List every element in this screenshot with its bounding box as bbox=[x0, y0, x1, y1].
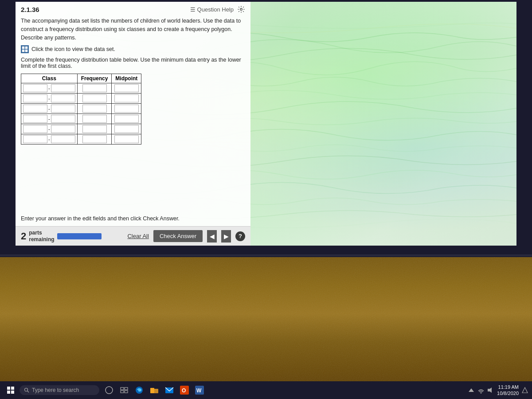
gear-icon[interactable] bbox=[237, 5, 245, 13]
class-low-input[interactable] bbox=[23, 94, 47, 102]
parts-remaining: 2 parts remaining bbox=[21, 230, 102, 243]
system-tray: 11:19 AM 10/8/2020 bbox=[468, 384, 528, 397]
svg-text:O: O bbox=[182, 387, 186, 394]
svg-rect-9 bbox=[121, 387, 124, 390]
frequency-cell bbox=[77, 94, 112, 104]
frequency-input[interactable] bbox=[82, 135, 107, 143]
midpoint-input[interactable] bbox=[114, 115, 139, 123]
clock-time: 11:19 AM bbox=[497, 384, 519, 390]
progress-bar bbox=[57, 233, 102, 239]
remaining-label: remaining bbox=[29, 236, 54, 243]
chevron-up-icon[interactable] bbox=[468, 387, 475, 394]
class-low-input[interactable] bbox=[23, 84, 47, 92]
data-icon-text: Click the icon to view the data set. bbox=[31, 46, 115, 52]
frequency-cell bbox=[77, 104, 112, 114]
enter-answer-text: Enter your answer in the edit fields and… bbox=[21, 215, 245, 222]
frequency-input[interactable] bbox=[82, 115, 107, 123]
taskbar-app-icons: O W bbox=[103, 384, 206, 396]
content-panel: 2.1.36 ☰ Question Help The accompanying … bbox=[16, 2, 250, 246]
frequency-cell bbox=[77, 114, 112, 124]
taskbar: Type here to search bbox=[0, 381, 532, 399]
svg-text:W: W bbox=[196, 387, 202, 394]
clock-display[interactable]: 11:19 AM 10/8/2020 bbox=[497, 384, 519, 397]
prev-nav-button[interactable]: ◀ bbox=[207, 230, 217, 243]
question-help-label: Question Help bbox=[197, 6, 234, 13]
svg-line-7 bbox=[27, 391, 29, 392]
frequency-input[interactable] bbox=[82, 84, 107, 92]
list-icon: ☰ bbox=[190, 6, 196, 13]
table-row: - bbox=[21, 83, 141, 94]
svg-rect-11 bbox=[121, 391, 124, 393]
help-circle-button[interactable]: ? bbox=[235, 231, 245, 241]
svg-point-6 bbox=[25, 388, 28, 391]
question-header: 2.1.36 ☰ Question Help bbox=[21, 5, 245, 13]
parts-number: 2 bbox=[21, 231, 26, 242]
col-class-header: Class bbox=[21, 74, 78, 83]
bottom-action-bar: 2 parts remaining Clear All Check Answer… bbox=[16, 226, 250, 246]
taskbar-search-bar[interactable]: Type here to search bbox=[20, 385, 99, 395]
edge-icon[interactable] bbox=[133, 384, 145, 396]
class-low-input[interactable] bbox=[23, 115, 47, 123]
mail-icon[interactable] bbox=[163, 384, 176, 396]
class-low-input[interactable] bbox=[23, 135, 47, 143]
class-low-input[interactable] bbox=[23, 125, 47, 133]
midpoint-input[interactable] bbox=[114, 94, 139, 102]
notification-icon[interactable] bbox=[521, 387, 528, 394]
question-text: The accompanying data set lists the numb… bbox=[21, 17, 245, 42]
svg-point-8 bbox=[106, 387, 113, 394]
frequency-input[interactable] bbox=[82, 94, 107, 102]
class-cell: - bbox=[21, 104, 78, 114]
data-icon-button[interactable] bbox=[21, 45, 29, 53]
class-cell: - bbox=[21, 83, 78, 94]
svg-marker-21 bbox=[469, 388, 474, 392]
table-row: - bbox=[21, 134, 141, 145]
wifi-icon bbox=[477, 387, 485, 394]
clock-date: 10/8/2020 bbox=[497, 390, 519, 396]
check-answer-button[interactable]: Check Answer bbox=[153, 230, 203, 242]
midpoint-input[interactable] bbox=[114, 125, 139, 133]
midpoint-input[interactable] bbox=[114, 105, 139, 113]
class-high-input[interactable] bbox=[51, 115, 75, 123]
svg-rect-4 bbox=[25, 50, 27, 52]
windows-logo-icon bbox=[7, 387, 14, 394]
frequency-cell bbox=[77, 83, 112, 94]
midpoint-input[interactable] bbox=[114, 135, 139, 143]
cortana-icon[interactable] bbox=[103, 384, 115, 396]
class-high-input[interactable] bbox=[51, 105, 75, 113]
class-separator: - bbox=[48, 106, 50, 111]
search-icon bbox=[24, 387, 29, 393]
class-high-input[interactable] bbox=[51, 94, 75, 102]
class-low-input[interactable] bbox=[23, 105, 47, 113]
class-high-input[interactable] bbox=[51, 135, 75, 143]
midpoint-cell bbox=[112, 104, 141, 114]
class-separator: - bbox=[48, 86, 50, 91]
svg-point-22 bbox=[481, 392, 482, 394]
question-help-button[interactable]: ☰ Question Help bbox=[190, 6, 234, 13]
surface-texture bbox=[0, 257, 532, 399]
frequency-cell bbox=[77, 124, 112, 134]
class-separator: - bbox=[48, 137, 50, 142]
table-row: - bbox=[21, 124, 141, 134]
class-cell: - bbox=[21, 94, 78, 104]
file-explorer-icon[interactable] bbox=[148, 384, 160, 396]
screen-content: .wave { fill: none; stroke-width: 1.5; } bbox=[16, 2, 516, 246]
office-icon[interactable]: O bbox=[178, 384, 191, 396]
task-view-icon[interactable] bbox=[118, 384, 130, 396]
svg-point-0 bbox=[240, 8, 243, 11]
clear-all-button[interactable]: Clear All bbox=[127, 233, 149, 239]
svg-rect-5 bbox=[0, 257, 532, 399]
next-nav-button[interactable]: ▶ bbox=[221, 230, 231, 243]
table-row: - bbox=[21, 104, 141, 114]
class-separator: - bbox=[48, 96, 50, 101]
windows-start-button[interactable] bbox=[4, 383, 18, 397]
midpoint-input[interactable] bbox=[114, 84, 139, 92]
col-frequency-header: Frequency bbox=[77, 74, 112, 83]
parts-text: parts remaining bbox=[29, 230, 54, 243]
frequency-input[interactable] bbox=[82, 125, 107, 133]
word-icon[interactable]: W bbox=[193, 384, 206, 396]
class-high-input[interactable] bbox=[51, 125, 75, 133]
midpoint-cell bbox=[112, 94, 141, 104]
class-high-input[interactable] bbox=[51, 84, 75, 92]
midpoint-cell bbox=[112, 134, 141, 145]
frequency-input[interactable] bbox=[82, 105, 107, 113]
